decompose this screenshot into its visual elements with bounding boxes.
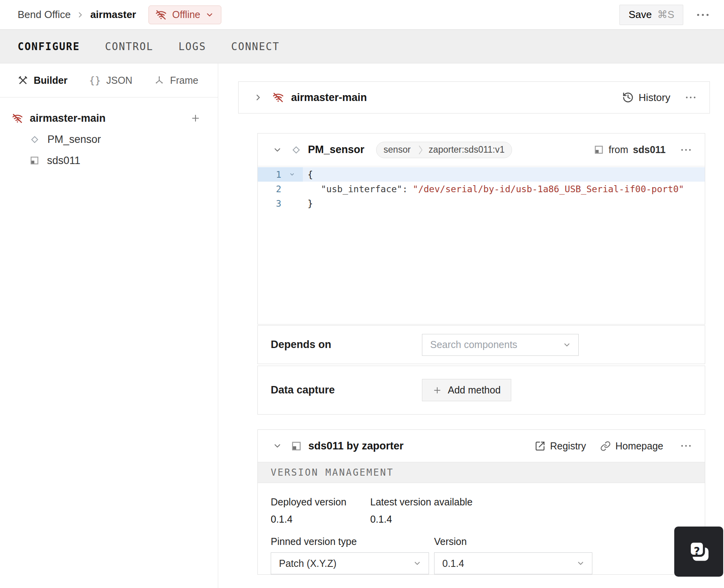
- module-icon: [594, 144, 604, 155]
- line-number: 3: [258, 198, 281, 209]
- chevron-down-icon: [205, 11, 214, 19]
- version-management-header: VERSION MANAGEMENT: [258, 462, 705, 483]
- pinned-version-type-label: Pinned version type: [271, 536, 434, 547]
- tree-root-label: airmaster-main: [30, 112, 106, 124]
- save-label: Save: [628, 9, 652, 21]
- tree-child-label: sds011: [47, 155, 80, 167]
- depends-on-select[interactable]: Search components: [422, 334, 579, 356]
- breadcrumb-machine-name: airmaster: [90, 9, 136, 21]
- deployed-version-label: Deployed version: [271, 496, 370, 508]
- tab-configure[interactable]: CONFIGURE: [18, 41, 80, 52]
- ellipsis-icon: [696, 13, 710, 17]
- frame-axes-icon: [154, 75, 165, 86]
- ellipsis-icon: [684, 96, 697, 99]
- json-string-value: "/dev/serial/by-id/usb-1a86_USB_Serial-i…: [408, 184, 684, 194]
- breadcrumb-location[interactable]: Bend Office: [18, 9, 71, 21]
- version-select[interactable]: 0.1.4: [434, 552, 592, 574]
- line-number: 1: [258, 170, 281, 180]
- from-module-name: sds011: [633, 144, 666, 155]
- view-frame[interactable]: Frame: [154, 75, 198, 86]
- save-shortcut: ⌘S: [657, 9, 674, 21]
- module-card-sds011: sds011 by zaporter Registry Homepage: [257, 429, 705, 575]
- add-component-button[interactable]: [188, 111, 203, 126]
- component-type-badge: sensor zaporter:sds011:v1: [376, 142, 512, 158]
- chevron-down-icon: [576, 559, 585, 568]
- deployed-version-value: 0.1.4: [271, 514, 370, 525]
- component-card-header: PM_sensor sensor zaporter:sds011:v1 from…: [258, 133, 705, 166]
- status-label: Offline: [172, 9, 200, 20]
- select-value: 0.1.4: [442, 558, 464, 569]
- select-placeholder: Search components: [430, 339, 517, 350]
- config-json-editor[interactable]: 1 { 2 "usb_interface":: [258, 166, 705, 324]
- registry-link[interactable]: Registry: [535, 440, 586, 452]
- select-value: Patch (X.Y.Z): [279, 558, 337, 569]
- add-method-label: Add method: [448, 384, 501, 396]
- ellipsis-icon: [680, 148, 692, 152]
- tab-logs[interactable]: LOGS: [178, 41, 206, 52]
- homepage-link[interactable]: Homepage: [600, 440, 663, 452]
- tree-item-pm-sensor[interactable]: PM_sensor: [0, 129, 218, 150]
- expand-part-button[interactable]: [251, 90, 265, 105]
- part-name: airmaster-main: [291, 92, 367, 104]
- chevron-right-icon: [76, 11, 85, 19]
- top-bar: Bend Office airmaster Offline Save ⌘S: [0, 0, 724, 29]
- history-button[interactable]: History: [622, 92, 670, 104]
- chevron-right-icon: [418, 145, 424, 155]
- wifi-off-icon: [272, 92, 284, 103]
- tree-item-sds011[interactable]: sds011: [0, 150, 218, 171]
- collapse-component-button[interactable]: [270, 143, 284, 157]
- tree-item-airmaster-main[interactable]: airmaster-main: [0, 108, 218, 129]
- view-builder[interactable]: Builder: [18, 75, 67, 86]
- tree-child-label: PM_sensor: [47, 133, 101, 146]
- chevron-right-icon: [253, 93, 263, 102]
- module-icon: [29, 155, 40, 166]
- component-card-pm-sensor: PM_sensor sensor zaporter:sds011:v1 from…: [257, 133, 705, 325]
- breadcrumb: Bend Office airmaster Offline: [18, 5, 221, 24]
- from-prefix: from: [609, 144, 628, 155]
- registry-label: Registry: [550, 440, 586, 452]
- fold-toggle-icon[interactable]: [281, 171, 303, 177]
- diamond-icon: [29, 134, 40, 145]
- data-capture-section: Data capture Add method: [257, 366, 705, 415]
- tab-connect[interactable]: CONNECT: [231, 41, 280, 52]
- badge-model: zaporter:sds011:v1: [424, 144, 512, 155]
- tab-control[interactable]: CONTROL: [105, 41, 154, 52]
- depends-on-label: Depends on: [271, 339, 422, 351]
- module-more-button[interactable]: [677, 442, 695, 450]
- chevron-down-icon: [563, 341, 571, 349]
- collapse-module-button[interactable]: [270, 439, 284, 453]
- save-button[interactable]: Save ⌘S: [619, 5, 683, 25]
- view-builder-label: Builder: [34, 75, 67, 86]
- part-card-airmaster-main: airmaster-main History: [238, 81, 710, 114]
- latest-version-value: 0.1.4: [370, 514, 688, 525]
- history-icon: [622, 92, 634, 103]
- svg-text:?: ?: [693, 545, 700, 558]
- machine-config-page: Bend Office airmaster Offline Save ⌘S: [0, 0, 724, 588]
- diamond-icon: [291, 144, 302, 155]
- add-method-button[interactable]: Add method: [422, 379, 511, 401]
- part-more-button[interactable]: [682, 93, 699, 102]
- chevron-down-icon: [273, 441, 282, 451]
- machine-status-badge[interactable]: Offline: [148, 5, 221, 24]
- code-line-2: 2 "usb_interface": "/dev/serial/by-id/us…: [258, 182, 705, 196]
- more-menu-button[interactable]: [693, 10, 712, 20]
- component-name: PM_sensor: [308, 144, 364, 156]
- code-line-1: 1 {: [258, 167, 705, 182]
- badge-type: sensor: [376, 144, 418, 155]
- help-button[interactable]: ?: [674, 527, 723, 577]
- chevron-down-icon: [413, 559, 422, 568]
- from-module-link[interactable]: from sds011: [594, 144, 666, 155]
- chevron-down-icon: [273, 145, 282, 155]
- module-icon: [291, 440, 302, 452]
- wifi-off-icon: [155, 9, 167, 21]
- component-tree: airmaster-main PM_sensor sds011: [0, 97, 218, 171]
- module-title: sds011 by zaporter: [308, 440, 404, 452]
- component-more-button[interactable]: [677, 146, 695, 154]
- ellipsis-icon: [680, 444, 692, 448]
- module-card-header: sds011 by zaporter Registry Homepage: [258, 430, 705, 462]
- depends-on-section: Depends on Search components: [257, 325, 705, 364]
- view-json[interactable]: {} JSON: [89, 75, 132, 86]
- pinned-version-type-select[interactable]: Patch (X.Y.Z): [271, 552, 429, 574]
- data-capture-label: Data capture: [271, 384, 422, 396]
- code-text: {: [308, 170, 313, 180]
